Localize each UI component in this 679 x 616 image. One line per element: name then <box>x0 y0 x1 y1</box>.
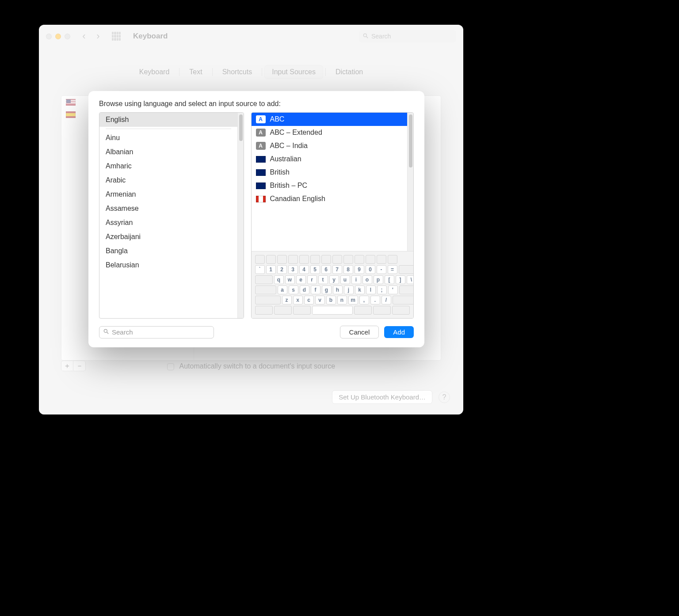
key: 4 <box>299 265 309 274</box>
key: ' <box>388 285 398 294</box>
key: ; <box>377 285 387 294</box>
input-source-item[interactable]: AABC – Extended <box>252 126 407 139</box>
input-source-label: British – PC <box>270 182 307 190</box>
input-source-label: Canadian English <box>270 195 325 203</box>
key: . <box>370 296 380 304</box>
svg-line-3 <box>107 332 109 334</box>
key: o <box>362 275 372 284</box>
key: 2 <box>277 265 287 274</box>
add-button[interactable]: Add <box>384 326 414 338</box>
key: t <box>318 275 328 284</box>
modal-search[interactable]: Search <box>99 326 214 338</box>
cancel-button[interactable]: Cancel <box>340 326 379 338</box>
language-scrollbar[interactable] <box>237 113 244 318</box>
keyboard-badge-icon: A <box>256 115 266 123</box>
add-input-source-modal: Browse using language and select an inpu… <box>88 91 424 347</box>
search-icon <box>103 328 109 336</box>
flag-uk-icon <box>256 169 266 176</box>
language-item[interactable]: English <box>99 113 237 127</box>
key: h <box>333 285 343 294</box>
key: e <box>296 275 306 284</box>
flag-uk-icon <box>256 183 266 189</box>
keyboard-badge-icon: A <box>256 142 266 150</box>
language-item[interactable]: Assamese <box>99 202 237 216</box>
key: a <box>278 285 287 294</box>
language-item[interactable]: Amharic <box>99 159 237 173</box>
key: = <box>388 265 397 274</box>
key: y <box>329 275 339 284</box>
key: 1 <box>266 265 276 274</box>
key: s <box>289 285 298 294</box>
input-source-item[interactable]: British – PC <box>252 179 407 192</box>
key: b <box>326 296 336 304</box>
language-item[interactable]: Ainu <box>99 131 237 145</box>
key: l <box>366 285 376 294</box>
modal-footer: Search Cancel Add <box>99 319 414 338</box>
key: [ <box>385 275 394 284</box>
language-item[interactable]: Assyrian <box>99 216 237 230</box>
scrollbar-thumb[interactable] <box>409 114 412 167</box>
key: k <box>355 285 365 294</box>
modal-search-placeholder: Search <box>112 328 133 336</box>
key: ` <box>255 265 265 274</box>
key: p <box>374 275 383 284</box>
source-pane: AABCAABC – ExtendedAABC – IndiaAustralia… <box>251 112 414 319</box>
input-source-item[interactable]: Australian <box>252 152 407 166</box>
key: , <box>359 296 369 304</box>
modal-title: Browse using language and select an inpu… <box>99 100 414 108</box>
scrollbar-thumb[interactable] <box>239 114 243 141</box>
input-source-label: British <box>270 168 290 176</box>
key: z <box>282 296 292 304</box>
key: ] <box>396 275 405 284</box>
language-item[interactable]: Bangla <box>99 244 237 258</box>
key: c <box>304 296 314 304</box>
key: 9 <box>355 265 364 274</box>
language-item[interactable]: Arabic <box>99 173 237 187</box>
key: i <box>351 275 361 284</box>
key: q <box>274 275 284 284</box>
flag-au-icon <box>256 156 266 163</box>
language-pane: EnglishAinuAlbanianAmharicArabicArmenian… <box>99 112 244 319</box>
key: j <box>344 285 354 294</box>
language-item[interactable]: Albanian <box>99 145 237 159</box>
key: r <box>307 275 317 284</box>
input-source-label: ABC <box>270 115 285 123</box>
preferences-window: ‹ › Keyboard Search KeyboardTextShortcut… <box>39 25 463 414</box>
key: m <box>348 296 358 304</box>
input-source-list[interactable]: AABCAABC – ExtendedAABC – IndiaAustralia… <box>252 113 407 251</box>
key: - <box>377 265 386 274</box>
key: \ <box>407 275 414 284</box>
input-source-label: ABC – Extended <box>270 129 322 137</box>
key: x <box>293 296 303 304</box>
svg-point-2 <box>104 329 107 332</box>
input-source-label: ABC – India <box>270 142 308 150</box>
key: w <box>285 275 295 284</box>
input-source-label: Australian <box>270 155 301 163</box>
keyboard-badge-icon: A <box>256 129 266 137</box>
key: 8 <box>343 265 353 274</box>
language-item[interactable]: Azerbaijani <box>99 230 237 244</box>
key: u <box>340 275 350 284</box>
keyboard-preview: `1234567890-=qwertyuiop[]\asdfghjkl;'zxc… <box>252 251 413 318</box>
key: 6 <box>321 265 331 274</box>
input-source-item[interactable]: British <box>252 166 407 179</box>
key: n <box>337 296 347 304</box>
flag-ca-icon <box>256 196 266 202</box>
input-source-item[interactable]: AABC – India <box>252 139 407 152</box>
language-item[interactable]: Belarusian <box>99 258 237 272</box>
language-list[interactable]: EnglishAinuAlbanianAmharicArabicArmenian… <box>99 113 237 318</box>
source-scrollbar[interactable] <box>407 113 413 251</box>
key: 0 <box>366 265 375 274</box>
key: f <box>311 285 320 294</box>
input-source-item[interactable]: Canadian English <box>252 192 407 205</box>
key: 3 <box>288 265 298 274</box>
key: 5 <box>310 265 320 274</box>
key: 7 <box>332 265 342 274</box>
key: d <box>300 285 309 294</box>
key: / <box>381 296 391 304</box>
key: g <box>322 285 332 294</box>
language-item[interactable]: Armenian <box>99 187 237 202</box>
key: v <box>315 296 325 304</box>
input-source-item[interactable]: AABC <box>252 113 407 126</box>
